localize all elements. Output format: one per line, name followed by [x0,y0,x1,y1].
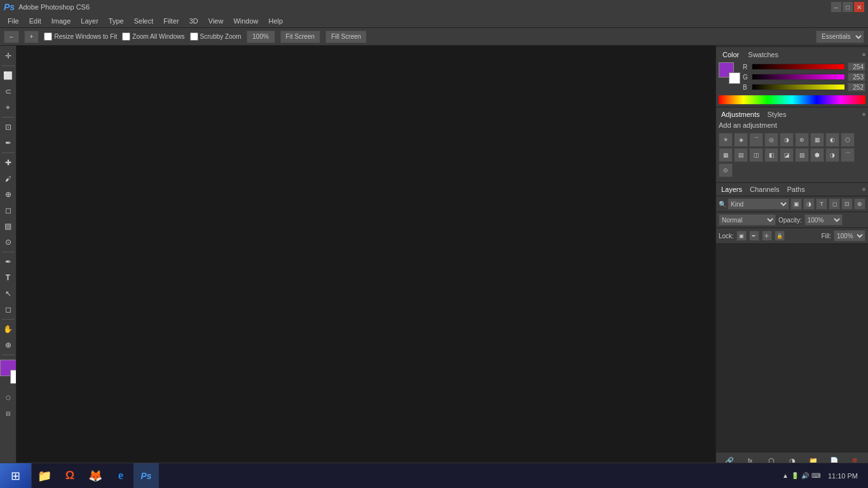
adj-threshold[interactable]: ◪ [780,148,794,162]
eraser-tool[interactable]: ◻ [1,203,16,218]
r-slider-track[interactable] [752,64,845,70]
gradient-tool[interactable]: ▧ [1,219,16,234]
opacity-select[interactable]: 100% [804,214,843,226]
menu-item-filter[interactable]: Filter [158,16,184,26]
tab-swatches[interactable]: Swatches [744,50,782,60]
crop-tool[interactable]: ⊡ [1,119,16,135]
adj-shadows-highlights[interactable]: ◑ [825,148,839,162]
eyedropper-tool[interactable]: ✒ [1,135,16,151]
layer-filter-toggle[interactable]: ⊕ [854,198,865,210]
tab-layers[interactable]: Layers [719,185,745,194]
fit-screen-button[interactable]: Fit Screen [280,30,321,43]
menu-item-image[interactable]: Image [46,16,76,26]
tab-paths[interactable]: Paths [785,185,808,194]
adj-vibrance[interactable]: ◑ [780,133,794,147]
taskbar-photoshop[interactable]: Ps [133,463,159,489]
lock-pixels-button[interactable]: ▣ [736,231,747,241]
adj-hdr-toning[interactable]: ⌒ [841,148,855,162]
adj-variations[interactable]: ⊙ [719,163,733,177]
adj-photo-filter[interactable]: ⬡ [841,133,855,147]
menu-item-edit[interactable]: Edit [24,16,46,26]
quick-mask-button[interactable]: ⬡ [1,390,16,405]
tab-channels[interactable]: Channels [747,185,782,194]
adj-selective-color[interactable]: ⬢ [810,148,824,162]
pen-tool[interactable]: ✒ [1,254,16,269]
quick-select-tool[interactable]: ⌖ [1,100,16,115]
restore-button[interactable]: □ [843,2,853,12]
tab-styles[interactable]: Styles [765,110,789,119]
fill-screen-button[interactable]: Fill Screen [325,30,367,43]
blend-mode-select[interactable]: Normal [719,214,776,226]
screen-mode-button[interactable]: ⊟ [1,406,16,421]
layers-panel-menu[interactable]: ≡ [862,186,865,193]
start-button[interactable]: ⊞ [0,463,32,489]
adj-posterize[interactable]: ◧ [764,148,778,162]
b-value-input[interactable] [848,83,865,92]
shape-tool[interactable]: ◻ [1,302,16,317]
menu-item-help[interactable]: Help [264,16,288,26]
g-value-input[interactable] [848,72,865,81]
dodge-tool[interactable]: ⊙ [1,234,16,250]
menu-item-layer[interactable]: Layer [76,16,104,26]
clone-stamp-tool[interactable]: ⊕ [1,187,16,202]
adj-levels[interactable]: ◈ [734,133,748,147]
taskbar-firefox[interactable]: 🦊 [83,463,108,489]
minimize-button[interactable]: – [831,2,841,12]
lock-position-button[interactable]: ✛ [762,231,772,241]
adj-curves[interactable]: ⌒ [749,133,763,147]
resize-windows-label[interactable]: Resize Windows to Fit [44,32,117,41]
adj-color-lookup[interactable]: ▤ [734,148,748,162]
r-value-input[interactable] [848,62,865,71]
text-tool[interactable]: T [1,270,16,285]
adj-hue-saturation[interactable]: ⊛ [795,133,809,147]
zoom-all-label[interactable]: Zoom All Windows [122,32,184,41]
menu-item-view[interactable]: View [203,16,229,26]
taskbar-matlab[interactable]: Ω [57,463,83,489]
zoom-out-button[interactable]: – [4,30,19,43]
zoom-tool[interactable]: ⊕ [1,337,16,353]
scrubby-zoom-checkbox[interactable] [190,32,198,41]
adj-exposure[interactable]: ◎ [764,133,778,147]
adj-channel-mixer[interactable]: ▦ [719,148,733,162]
tab-color[interactable]: Color [719,50,743,60]
menu-item-type[interactable]: Type [104,16,129,26]
adj-invert[interactable]: ◫ [749,148,763,162]
path-selection-tool[interactable]: ↖ [1,286,16,301]
color-spectrum[interactable] [719,95,865,104]
layer-filter-adjustment[interactable]: ◑ [803,198,815,210]
layers-kind-select[interactable]: Kind [728,198,789,210]
fill-select[interactable]: 100% [834,230,865,241]
layer-filter-pixel[interactable]: ▣ [790,198,802,210]
zoom-percent-input[interactable] [247,30,275,43]
menu-item-window[interactable]: Window [228,16,263,26]
adj-brightness-contrast[interactable]: ☀ [719,133,733,147]
zoom-in-button[interactable]: + [24,30,39,43]
taskbar-explorer[interactable]: 📁 [32,463,57,489]
adj-black-white[interactable]: ◐ [825,133,839,147]
close-button[interactable]: ✕ [854,2,864,12]
layer-filter-smartobj[interactable]: ⊡ [841,198,853,210]
menu-item-3d[interactable]: 3D [184,16,203,26]
tray-expand-icon[interactable]: ▲ [782,472,789,479]
tab-adjustments[interactable]: Adjustments [719,110,763,119]
hand-tool[interactable]: ✋ [1,322,16,337]
menu-item-select[interactable]: Select [129,16,159,26]
healing-brush-tool[interactable]: ✚ [1,155,16,170]
adj-panel-menu[interactable]: ≡ [862,111,865,118]
resize-windows-checkbox[interactable] [44,32,52,41]
menu-item-file[interactable]: File [3,16,24,26]
workspace-select[interactable]: Essentials [816,30,864,43]
panel-bg-color[interactable] [729,72,740,84]
lock-all-button[interactable]: 🔒 [775,231,785,241]
move-tool[interactable]: ✛ [1,48,16,64]
background-color[interactable] [10,370,17,384]
layer-filter-shape[interactable]: ◻ [829,198,840,210]
lasso-tool[interactable]: ⊂ [1,84,16,99]
taskbar-ie[interactable]: e [108,463,133,489]
adj-gradient-map[interactable]: ▧ [795,148,809,162]
brush-tool[interactable]: 🖌 [1,171,16,186]
g-slider-track[interactable] [752,74,845,80]
adj-color-balance[interactable]: ▦ [810,133,824,147]
marquee-tool[interactable]: ⬜ [1,68,16,83]
b-slider-track[interactable] [752,84,845,90]
